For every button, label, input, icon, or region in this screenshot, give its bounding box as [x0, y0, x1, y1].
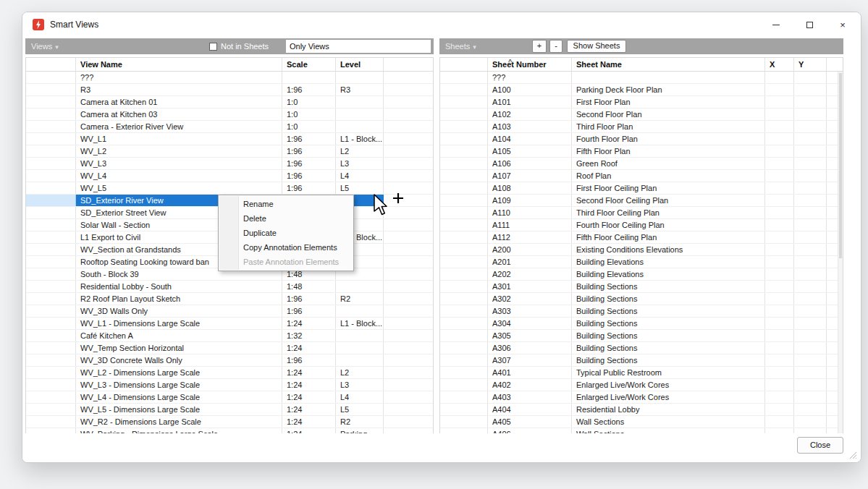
table-row[interactable]: A111Fourth Floor Ceiling Plan	[440, 219, 843, 231]
table-row[interactable]: A402Enlarged Live/Work Cores	[440, 379, 843, 391]
view-level-cell: L5	[336, 404, 384, 415]
table-row[interactable]: A307Building Sections	[440, 354, 843, 367]
sheets-table: ^Sheet Number Sheet Name X Y ???A100Park…	[439, 57, 843, 435]
scrollbar-thumb[interactable]	[839, 73, 842, 258]
table-row[interactable]: A102Second Floor Plan	[440, 109, 843, 121]
table-row[interactable]: WV_L41:96L4	[26, 170, 433, 182]
remove-sheet-button[interactable]: -	[549, 40, 562, 53]
table-row[interactable]: WV_Temp Section Horizontal1:24	[26, 342, 433, 354]
resize-grip[interactable]	[849, 451, 857, 459]
table-row[interactable]: A108First Floor Ceiling Plan	[440, 182, 843, 195]
table-row[interactable]: A403Enlarged Live/Work Cores	[440, 391, 843, 404]
not-in-sheets-checkbox[interactable]: Not in Sheets	[209, 38, 269, 54]
table-row[interactable]: A404Residential Lobby	[440, 404, 843, 416]
table-row[interactable]: A202Building Elevations	[440, 268, 843, 281]
table-row[interactable]: Residential Lobby - South1:48	[26, 281, 433, 293]
sheet-name-cell: Third Floor Ceiling Plan	[572, 207, 765, 218]
table-row[interactable]: A104Fourth Floor Plan	[440, 133, 843, 145]
table-row[interactable]: WV_3D Concrete Walls Only1:96	[26, 354, 433, 367]
table-row[interactable]: WV_L5 - Dimensions Large Scale1:24L5	[26, 404, 433, 416]
filter-row[interactable]: ???	[440, 72, 843, 84]
table-row[interactable]: A303Building Sections	[440, 305, 843, 318]
table-row[interactable]: A110Third Floor Ceiling Plan	[440, 207, 843, 219]
views-filter-input[interactable]: Only Views	[286, 40, 431, 53]
context-menu-item[interactable]: Copy Annotation Elements	[219, 240, 353, 255]
table-row[interactable]: WV_L3 - Dimensions Large Scale1:24L3	[26, 379, 433, 391]
table-row[interactable]: Camera at Kitchen 031:0	[26, 109, 433, 121]
row-indicator	[26, 109, 76, 120]
table-row[interactable]: A106Green Roof	[440, 158, 843, 170]
table-row[interactable]: WV_L31:96L3	[26, 158, 433, 170]
table-row[interactable]: WV_3D Walls Only1:96	[26, 305, 433, 318]
context-menu-item[interactable]: Delete	[219, 211, 353, 226]
header-sheet-number[interactable]: ^Sheet Number	[488, 58, 572, 71]
table-row[interactable]: A100Parking Deck Floor Plan	[440, 84, 843, 96]
table-row[interactable]: R2 Roof Plan Layout Sketch1:96R2	[26, 293, 433, 305]
table-row[interactable]: WV_R2 - Dimensions Large Scale1:24R2	[26, 416, 433, 428]
table-row[interactable]: A103Third Floor Plan	[440, 121, 843, 133]
table-row[interactable]: A306Building Sections	[440, 342, 843, 354]
table-row[interactable]: Camera - Exterior River View1:0	[26, 121, 433, 133]
context-menu-items: RenameDeleteDuplicateCopy Annotation Ele…	[219, 197, 353, 269]
views-dropdown-label: Views	[31, 42, 52, 51]
maximize-button[interactable]	[793, 12, 826, 37]
row-indicator	[26, 354, 76, 366]
filter-row[interactable]: ???	[26, 72, 433, 84]
sheet-y-cell	[794, 244, 827, 255]
add-sheet-button[interactable]: +	[532, 40, 547, 53]
context-menu-item[interactable]: Duplicate	[219, 226, 353, 240]
sheet-name-cell: First Floor Ceiling Plan	[572, 182, 765, 194]
table-row[interactable]: R31:96R3	[26, 84, 433, 96]
table-row[interactable]: A109Second Floor Ceiling Plan	[440, 195, 843, 207]
row-indicator	[26, 416, 76, 428]
table-row[interactable]: WV_L4 - Dimensions Large Scale1:24L4	[26, 391, 433, 404]
vertical-scrollbar[interactable]	[838, 72, 843, 434]
minimize-button[interactable]	[759, 12, 793, 37]
show-sheets-button[interactable]: Show Sheets	[567, 40, 626, 53]
table-row[interactable]: A301Building Sections	[440, 281, 843, 293]
table-row[interactable]: A112Fifth Floor Ceiling Plan	[440, 231, 843, 244]
table-row[interactable]: A302Building Sections	[440, 293, 843, 305]
row-indicator	[26, 219, 76, 231]
table-row[interactable]: Café Kitchen A1:32	[26, 330, 433, 342]
view-name-cell: Camera at Kitchen 01	[76, 96, 282, 108]
table-row[interactable]: A304Building Sections	[440, 318, 843, 330]
sheet-number-cell: A106	[488, 158, 572, 169]
sheets-dropdown[interactable]: Sheets▾	[445, 38, 476, 54]
views-dropdown[interactable]: Views▾	[31, 38, 59, 54]
sheet-name-cell: Building Elevations	[572, 268, 765, 280]
sheet-x-cell	[765, 109, 794, 120]
close-window-button[interactable]: ×	[826, 12, 859, 37]
table-row[interactable]: A200Existing Conditions Elevations	[440, 244, 843, 256]
table-row[interactable]: A101First Floor Plan	[440, 96, 843, 109]
table-row[interactable]: WV_L1 - Dimensions Large Scale1:24L1 - B…	[26, 318, 433, 330]
table-row[interactable]: A305Building Sections	[440, 330, 843, 342]
table-row[interactable]: Camera at Kitchen 011:0	[26, 96, 433, 109]
header-x[interactable]: X	[765, 58, 794, 71]
header-view-name[interactable]: View Name	[76, 58, 282, 71]
table-row[interactable]: A107Roof Plan	[440, 170, 843, 182]
header-sheet-name[interactable]: Sheet Name	[572, 58, 765, 71]
view-level-cell	[336, 72, 384, 83]
sheet-y-cell	[794, 182, 827, 194]
sheet-name-cell: Fifth Floor Plan	[572, 145, 765, 157]
row-indicator	[440, 96, 488, 108]
context-menu-item[interactable]: Rename	[219, 197, 353, 211]
header-y[interactable]: Y	[794, 58, 827, 71]
header-level[interactable]: Level	[336, 58, 384, 71]
view-scale-cell: 1:96	[282, 170, 336, 182]
table-row[interactable]: WV_L11:96L1 - Block...	[26, 133, 433, 145]
table-row[interactable]: A405Wall Sections	[440, 416, 843, 428]
header-scale[interactable]: Scale	[282, 58, 336, 71]
table-row[interactable]: A401Typical Public Restroom	[440, 367, 843, 379]
close-button[interactable]: Close	[797, 437, 843, 454]
sheet-y-cell	[794, 293, 827, 305]
view-level-cell	[336, 330, 384, 341]
row-indicator	[440, 231, 488, 243]
table-row[interactable]: A201Building Elevations	[440, 256, 843, 268]
context-menu-item: Paste Annotation Elements	[219, 255, 353, 269]
table-row[interactable]: A105Fifth Floor Plan	[440, 145, 843, 158]
table-row[interactable]: WV_L21:96L2	[26, 145, 433, 158]
table-row[interactable]: WV_L2 - Dimensions Large Scale1:24L2	[26, 367, 433, 379]
sheet-number-cell: A110	[488, 207, 572, 218]
